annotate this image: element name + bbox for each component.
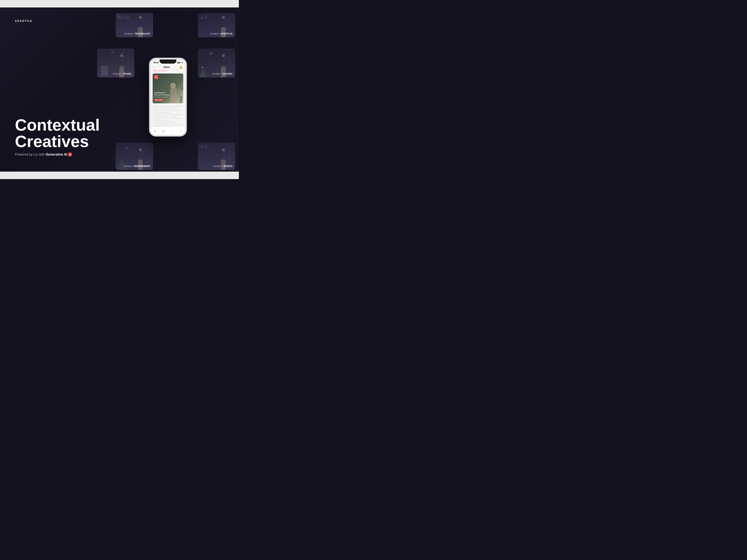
bottom-bar — [0, 171, 239, 179]
phone-nav-title: News — [164, 66, 170, 69]
ai-heart-icon — [68, 153, 72, 157]
ad-side-tag: AD — [182, 87, 183, 90]
phone-ad-headline: EXPERIENCETHE JOY OF MUSIC — [154, 92, 170, 96]
battery-icon: ▮ — [182, 62, 182, 63]
logo: SEEDTAG — [15, 19, 33, 22]
phone-ad-logo — [154, 75, 158, 79]
content-line — [153, 106, 183, 107]
card-sports: Context > SPORTS — [198, 143, 235, 170]
top-bar — [0, 0, 239, 7]
content-line — [153, 120, 171, 121]
card-lifestyle: Context > LIFESTYLE — [198, 13, 235, 37]
card-label-sports: Context > SPORTS — [213, 165, 233, 167]
wifi-icon: ⌇ — [180, 62, 181, 63]
phone-notch — [159, 59, 176, 63]
phone-bottom-nav: ⌂ ◎ ♡ ○ — [151, 127, 185, 135]
phone-device: 08:20 ▐▐▐ ⌇ ▮ ‹ News 🔔 NEWS / TECHNOLOGY — [149, 58, 187, 136]
profile-bottom-icon[interactable]: ○ — [180, 129, 182, 133]
phone-breadcrumb: NEWS / TECHNOLOGY — [151, 70, 185, 72]
card-label-environment: Context > ENVIRONMENT — [124, 165, 150, 167]
subheadline-prefix: Powered by Liz with — [15, 153, 46, 156]
content-line — [153, 110, 183, 111]
card-context-lifestyle: LIFESTYLE — [221, 32, 233, 35]
card-label-holiday: Context > HOLIDAY — [212, 73, 233, 75]
phone-ad-text: EXPERIENCETHE JOY OF MUSIC ANYTIME, ANYW… — [154, 92, 170, 101]
signal-icon: ▐▐▐ — [177, 62, 180, 63]
card-context-environment: ENVIRONMENT — [134, 165, 150, 167]
content-line — [153, 112, 171, 113]
phone-ad-sub: ANYTIME, ANYWHERE — [154, 97, 170, 98]
card-environment: Context > ENVIRONMENT — [116, 143, 153, 170]
content-line — [153, 116, 177, 117]
ad-person-body — [170, 87, 177, 103]
card-technology: Context > TECHNOLOGY — [116, 13, 153, 37]
content-line — [153, 118, 183, 119]
content-line — [153, 114, 183, 115]
card-context-sports: SPORTS — [223, 165, 233, 167]
cards-area: Context > TECHNOLOGY Context > LIFESTYLE — [97, 11, 239, 171]
home-bottom-icon[interactable]: ⌂ — [154, 129, 156, 133]
content-line — [153, 122, 177, 123]
card-label-technology: Context > TECHNOLOGY — [124, 32, 150, 35]
phone-status-icons: ▐▐▐ ⌇ ▮ — [177, 62, 182, 63]
card-label-lifestyle: Context > LIFESTYLE — [210, 32, 233, 35]
main-area: SEEDTAG ContextualCreatives Powered by L… — [0, 7, 239, 171]
phone-ad[interactable]: EXPERIENCETHE JOY OF MUSIC ANYTIME, ANYW… — [153, 74, 183, 103]
card-travel: Context > TRAVEL — [97, 49, 134, 77]
breadcrumb-path: NEWS / TECHNOLOGY — [153, 70, 167, 72]
card-context-holiday: HOLIDAY — [223, 73, 233, 75]
phone-content — [151, 104, 185, 129]
subheadline-brand: Generative AI — [46, 153, 67, 156]
explore-bottom-icon[interactable]: ◎ — [162, 129, 165, 133]
headphones — [169, 81, 177, 85]
card-label-travel: Context > TRAVEL — [113, 73, 132, 75]
phone-time: 08:20 — [153, 61, 159, 63]
card-context-travel: TRAVEL — [123, 73, 132, 75]
card-holiday: ★ Context > HOLIDAY — [198, 49, 235, 77]
bell-icon[interactable]: 🔔 — [179, 65, 182, 69]
content-line — [153, 108, 177, 109]
explore-now-button[interactable]: Explore Now — [154, 99, 163, 101]
plant-stem — [180, 96, 182, 103]
phone-nav-bar: ‹ News 🔔 — [151, 65, 185, 70]
card-context-technology: TECHNOLOGY — [134, 32, 150, 35]
bookmark-bottom-icon[interactable]: ♡ — [171, 129, 174, 133]
content-line — [153, 124, 183, 125]
back-icon[interactable]: ‹ — [153, 65, 154, 69]
